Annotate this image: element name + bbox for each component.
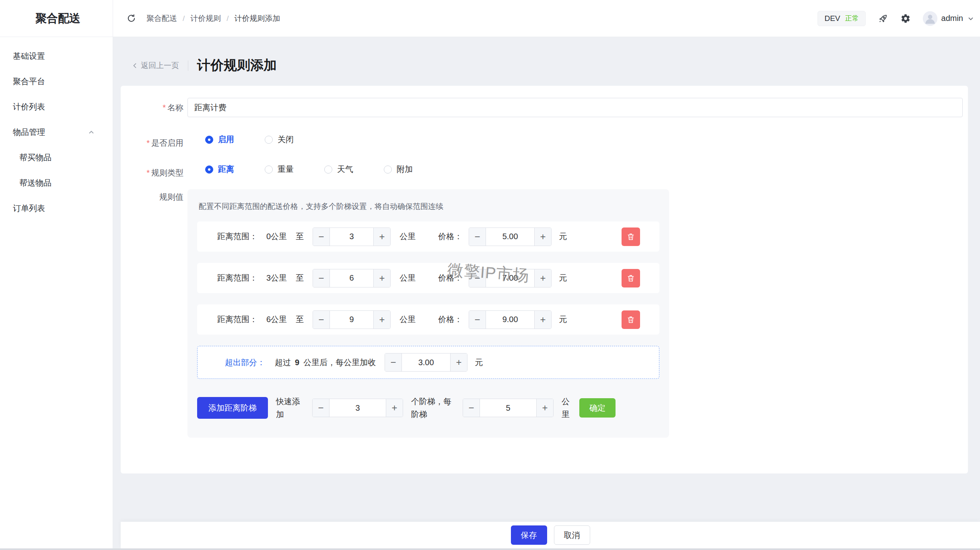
excess-price-input[interactable] [402,354,450,371]
increase-button[interactable]: + [450,354,467,371]
increase-button[interactable]: + [534,311,551,329]
chevron-down-icon [967,15,974,22]
rule-value-panel: 配置不同距离范围的配送价格，支持多个阶梯设置，将自动确保范围连续 距离范围： 0… [187,189,669,438]
decrease-button[interactable]: − [469,228,486,246]
excess-threshold: 9 [295,358,299,367]
back-link[interactable]: 返回上一页 [132,60,179,71]
sidebar-item-goods-management[interactable]: 物品管理 [0,120,113,145]
name-input[interactable] [187,98,963,117]
increase-button[interactable]: + [373,228,390,246]
rule-type-field-row: *规则类型 距离 重量 天气 附加 [121,163,968,174]
sidebar-item-order-list[interactable]: 订单列表 [0,196,113,221]
tier-size-input[interactable] [480,399,536,417]
radio-type-weight[interactable]: 重量 [265,164,294,175]
enabled-field-row: *是否启用 启用 关闭 [121,133,968,144]
radio-dot [205,165,213,174]
sidebar-item-pricing-list[interactable]: 计价列表 [0,94,113,120]
delete-tier-button[interactable] [622,227,640,246]
user-menu[interactable]: admin [923,11,974,26]
range-label: 距离范围： [217,273,257,283]
gear-icon[interactable] [900,13,911,24]
rocket-icon[interactable] [878,13,888,24]
radio-type-extra[interactable]: 附加 [384,164,413,175]
refresh-icon[interactable] [127,14,136,23]
increase-button[interactable]: + [373,269,390,287]
enabled-label: *是否启用 [121,133,183,149]
distance-stepper: − + [313,310,391,329]
range-to-label: 至 [296,314,304,325]
sidebar-item-deliver-goods[interactable]: 帮送物品 [0,170,113,196]
range-to-label: 至 [296,231,304,242]
unit-label: 公里 [399,273,416,283]
excess-price-stepper: − + [385,353,467,372]
unit-label: 公里 [399,314,416,325]
delete-tier-button[interactable] [622,310,640,329]
price-stepper: − + [469,310,552,329]
breadcrumb-item[interactable]: 计价规则 [190,13,221,24]
radio-type-weather[interactable]: 天气 [324,164,353,175]
delete-tier-button[interactable] [622,269,640,287]
increase-button[interactable]: + [534,269,551,287]
confirm-button[interactable]: 确定 [579,398,616,418]
username: admin [941,14,963,23]
decrease-button[interactable]: − [313,269,330,287]
env-badge: DEV 正常 [817,11,865,26]
price-input[interactable] [486,311,534,329]
distance-input[interactable] [330,269,373,287]
decrease-button[interactable]: − [385,354,402,371]
increase-button[interactable]: + [536,399,553,417]
rule-value-label: 规则值 [121,189,183,203]
price-stepper: − + [469,269,552,287]
panel-description: 配置不同距离范围的配送价格，支持多个阶梯设置，将自动确保范围连续 [199,201,659,212]
breadcrumb: 聚合配送 / 计价规则 / 计价规则添加 [146,13,280,24]
price-unit-label: 元 [559,231,567,242]
excess-prefix: 超过 [275,357,291,368]
distance-stepper: − + [313,227,391,246]
increase-button[interactable]: + [373,311,390,329]
excess-unit-label: 元 [475,357,483,368]
price-label: 价格： [438,273,462,283]
chevron-up-icon [88,129,95,136]
radio-enabled-off[interactable]: 关闭 [265,134,294,145]
decrease-button[interactable]: − [469,269,486,287]
price-input[interactable] [486,269,534,287]
decrease-button[interactable]: − [469,311,486,329]
rule-value-field-row: 规则值 配置不同距离范围的配送价格，支持多个阶梯设置，将自动确保范围连续 距离范… [121,189,968,438]
add-tier-button[interactable]: 添加距离阶梯 [197,397,268,419]
sidebar-item-buy-goods[interactable]: 帮买物品 [0,145,113,170]
radio-type-distance[interactable]: 距离 [205,164,234,175]
range-from-value: 3公里 [266,273,287,283]
breadcrumb-item[interactable]: 聚合配送 [146,13,177,24]
tier-size-stepper: − + [463,399,554,417]
cancel-button[interactable]: 取消 [554,525,590,545]
range-label: 距离范围： [217,314,257,325]
decrease-button[interactable]: − [313,311,330,329]
sidebar-item-aggregate-platform[interactable]: 聚合平台 [0,69,113,94]
save-button[interactable]: 保存 [511,525,547,545]
tier-count-input[interactable] [329,399,386,417]
decrease-button[interactable]: − [463,399,480,417]
distance-tier-row-1: 距离范围： 0公里 至 − + 公里 价格： − + [197,221,659,252]
decrease-button[interactable]: − [313,399,329,417]
price-unit-label: 元 [559,273,567,283]
unit-label: 公里 [399,231,416,242]
price-input[interactable] [486,228,534,246]
trash-icon [626,274,635,283]
range-from-value: 6公里 [266,314,287,325]
radio-enabled-on[interactable]: 启用 [205,134,234,145]
increase-button[interactable]: + [386,399,403,417]
price-stepper: − + [469,227,552,246]
trash-icon [626,315,635,324]
increase-button[interactable]: + [534,228,551,246]
radio-dot [205,136,213,144]
distance-input[interactable] [330,311,373,329]
breadcrumb-item-current: 计价规则添加 [235,13,280,24]
distance-input[interactable] [330,228,373,246]
decrease-button[interactable]: − [313,228,330,246]
radio-dot [324,165,332,174]
radio-dot [384,165,392,174]
range-from-value: 0公里 [266,231,287,242]
sidebar-item-basic-settings[interactable]: 基础设置 [0,43,113,69]
tier-count-stepper: − + [312,399,403,417]
excess-rule-row: 超出部分： 超过 9 公里后，每公里加收 − + 元 [197,346,659,379]
